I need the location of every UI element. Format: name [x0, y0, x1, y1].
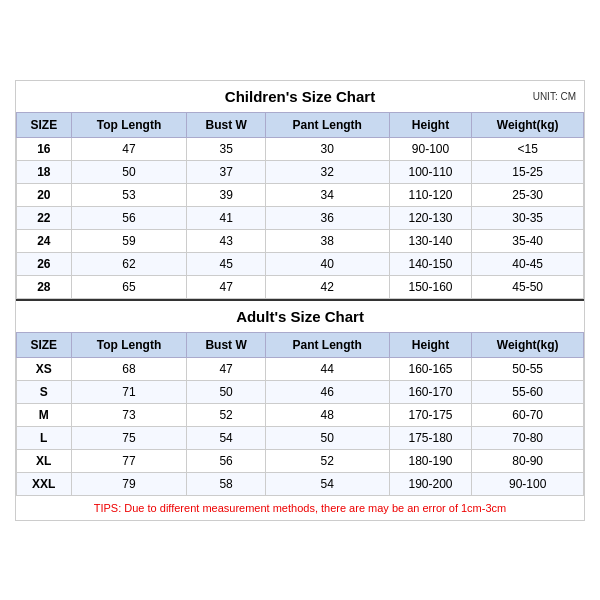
table-cell: 22: [17, 206, 72, 229]
table-cell: XS: [17, 357, 72, 380]
table-cell: 190-200: [389, 472, 472, 495]
table-cell: 50: [187, 380, 265, 403]
children-title: Children's Size Chart UNIT: CM: [16, 81, 584, 112]
adults-table: SIZE Top Length Bust W Pant Length Heigh…: [16, 332, 584, 520]
adults-col-size: SIZE: [17, 332, 72, 357]
unit-label: UNIT: CM: [533, 91, 576, 102]
table-cell: XL: [17, 449, 72, 472]
table-row: S715046160-17055-60: [17, 380, 584, 403]
table-cell: 32: [265, 160, 389, 183]
table-row: XL775652180-19080-90: [17, 449, 584, 472]
table-cell: 160-170: [389, 380, 472, 403]
table-cell: 39: [187, 183, 265, 206]
table-row: 28654742150-16045-50: [17, 275, 584, 298]
table-cell: 20: [17, 183, 72, 206]
table-cell: 44: [265, 357, 389, 380]
table-row: 22564136120-13030-35: [17, 206, 584, 229]
table-row: 1647353090-100<15: [17, 137, 584, 160]
table-row: 20533934110-12025-30: [17, 183, 584, 206]
table-cell: 120-130: [389, 206, 472, 229]
table-cell: 56: [187, 449, 265, 472]
table-cell: 40-45: [472, 252, 584, 275]
table-cell: 26: [17, 252, 72, 275]
table-row: 24594338130-14035-40: [17, 229, 584, 252]
table-row: L755450175-18070-80: [17, 426, 584, 449]
table-cell: 36: [265, 206, 389, 229]
children-table: SIZE Top Length Bust W Pant Length Heigh…: [16, 112, 584, 299]
table-cell: 50: [71, 160, 187, 183]
adults-tbody: XS684744160-16550-55S715046160-17055-60M…: [17, 357, 584, 495]
table-cell: 42: [265, 275, 389, 298]
table-cell: 130-140: [389, 229, 472, 252]
table-cell: XXL: [17, 472, 72, 495]
table-row: XXL795854190-20090-100: [17, 472, 584, 495]
table-cell: 47: [187, 357, 265, 380]
table-cell: 47: [187, 275, 265, 298]
children-tbody: 1647353090-100<1518503732100-11015-25205…: [17, 137, 584, 298]
table-cell: 15-25: [472, 160, 584, 183]
children-title-text: Children's Size Chart: [225, 88, 375, 105]
table-cell: 35-40: [472, 229, 584, 252]
table-cell: 80-90: [472, 449, 584, 472]
children-header-row: SIZE Top Length Bust W Pant Length Heigh…: [17, 112, 584, 137]
table-cell: 24: [17, 229, 72, 252]
table-cell: 48: [265, 403, 389, 426]
children-col-height: Height: [389, 112, 472, 137]
table-cell: 62: [71, 252, 187, 275]
table-cell: 50: [265, 426, 389, 449]
table-cell: 175-180: [389, 426, 472, 449]
table-cell: 25-30: [472, 183, 584, 206]
table-cell: 60-70: [472, 403, 584, 426]
table-cell: 30: [265, 137, 389, 160]
table-cell: 170-175: [389, 403, 472, 426]
table-row: 18503732100-11015-25: [17, 160, 584, 183]
adults-title: Adult's Size Chart: [16, 299, 584, 332]
table-cell: 160-165: [389, 357, 472, 380]
adults-col-height: Height: [389, 332, 472, 357]
table-cell: 65: [71, 275, 187, 298]
table-cell: 150-160: [389, 275, 472, 298]
tips-row: TIPS: Due to different measurement metho…: [17, 495, 584, 520]
children-col-pantlength: Pant Length: [265, 112, 389, 137]
adults-col-bustw: Bust W: [187, 332, 265, 357]
table-cell: S: [17, 380, 72, 403]
table-cell: 47: [71, 137, 187, 160]
table-cell: 52: [265, 449, 389, 472]
children-col-toplength: Top Length: [71, 112, 187, 137]
table-row: XS684744160-16550-55: [17, 357, 584, 380]
table-row: 26624540140-15040-45: [17, 252, 584, 275]
children-col-size: SIZE: [17, 112, 72, 137]
table-cell: 100-110: [389, 160, 472, 183]
table-cell: <15: [472, 137, 584, 160]
adults-header-row: SIZE Top Length Bust W Pant Length Heigh…: [17, 332, 584, 357]
table-cell: 59: [71, 229, 187, 252]
table-cell: 71: [71, 380, 187, 403]
size-chart-container: Children's Size Chart UNIT: CM SIZE Top …: [15, 80, 585, 521]
table-cell: 41: [187, 206, 265, 229]
table-cell: 37: [187, 160, 265, 183]
table-cell: 43: [187, 229, 265, 252]
table-cell: 28: [17, 275, 72, 298]
table-cell: 16: [17, 137, 72, 160]
table-cell: 34: [265, 183, 389, 206]
table-cell: 55-60: [472, 380, 584, 403]
table-cell: 140-150: [389, 252, 472, 275]
children-col-weight: Weight(kg): [472, 112, 584, 137]
table-cell: 68: [71, 357, 187, 380]
table-cell: 90-100: [472, 472, 584, 495]
table-cell: 54: [265, 472, 389, 495]
table-cell: 54: [187, 426, 265, 449]
table-cell: 38: [265, 229, 389, 252]
table-cell: L: [17, 426, 72, 449]
tips-text: TIPS: Due to different measurement metho…: [17, 495, 584, 520]
table-cell: 52: [187, 403, 265, 426]
table-cell: 46: [265, 380, 389, 403]
table-cell: 77: [71, 449, 187, 472]
table-row: M735248170-17560-70: [17, 403, 584, 426]
table-cell: 45-50: [472, 275, 584, 298]
adults-col-weight: Weight(kg): [472, 332, 584, 357]
table-cell: 45: [187, 252, 265, 275]
table-cell: 35: [187, 137, 265, 160]
table-cell: 70-80: [472, 426, 584, 449]
table-cell: 75: [71, 426, 187, 449]
